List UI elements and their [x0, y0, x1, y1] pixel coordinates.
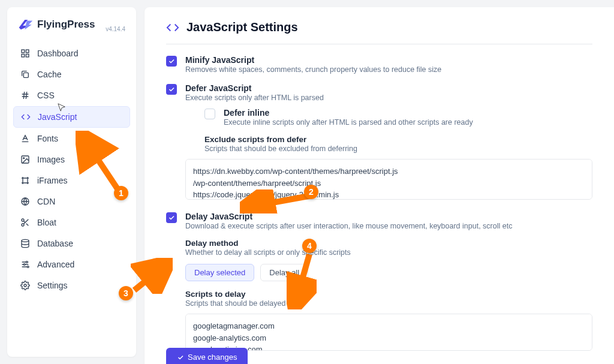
hash-icon — [20, 91, 30, 100]
sidebar-item-label: iFrames — [37, 176, 68, 185]
setting-desc: Execute inline scripts only after HTML i… — [224, 118, 592, 127]
globe-icon — [20, 197, 30, 206]
scripts-delay-textarea[interactable] — [185, 314, 592, 351]
flyingpress-logo-icon — [18, 18, 34, 31]
image-icon — [20, 155, 30, 164]
sidebar-item-cache[interactable]: Cache — [13, 64, 130, 85]
exclude-defer-block: Exclude scripts from defer Scripts that … — [204, 135, 592, 153]
svg-rect-2 — [22, 54, 25, 57]
sidebar-item-bloat[interactable]: Bloat — [13, 212, 130, 233]
setting-title: Defer JavaScript — [185, 83, 592, 93]
field-label: Scripts to delay — [185, 290, 592, 299]
setting-defer-inline: Defer inline Execute inline scripts only… — [204, 108, 592, 127]
sidebar-item-label: Fonts — [37, 134, 58, 143]
logo-row: FlyingPress v4.14.4 — [13, 18, 130, 41]
sidebar: FlyingPress v4.14.4 Dashboard Cache CSS … — [7, 7, 136, 357]
sidebar-item-css[interactable]: CSS — [13, 85, 130, 106]
setting-delay-js: Delay JavaScript Download & execute scri… — [166, 212, 592, 353]
scripts-delay-block: Scripts to delay Scripts that should be … — [185, 290, 592, 308]
frame-icon — [20, 176, 30, 185]
type-icon — [20, 134, 30, 143]
svg-rect-1 — [26, 50, 29, 53]
sidebar-item-label: Settings — [37, 281, 68, 290]
save-label: Save changes — [188, 353, 237, 362]
sidebar-item-label: Images — [37, 155, 65, 164]
svg-point-6 — [23, 158, 25, 159]
sidebar-item-label: CSS — [37, 91, 55, 100]
sidebar-nav: Dashboard Cache CSS JavaScript Fonts Ima… — [13, 43, 130, 296]
sidebar-item-advanced[interactable]: Advanced — [13, 254, 130, 275]
sidebar-item-label: Dashboard — [37, 49, 79, 58]
setting-minify-js: Minify JavaScript Removes white spaces, … — [166, 55, 592, 74]
delay-method-block: Delay method Whether to delay all script… — [185, 239, 592, 257]
field-desc: Whether to delay all scripts or only spe… — [185, 248, 592, 257]
svg-point-14 — [24, 284, 26, 287]
grid-icon — [20, 49, 30, 58]
svg-point-12 — [23, 264, 25, 266]
setting-defer-js: Defer JavaScript Execute scripts only af… — [166, 83, 592, 202]
svg-rect-3 — [26, 54, 29, 57]
sliders-icon — [20, 260, 30, 269]
checkbox-defer-js[interactable] — [166, 84, 177, 95]
logo: FlyingPress — [18, 18, 95, 31]
sidebar-item-images[interactable]: Images — [13, 149, 130, 170]
copy-icon — [20, 70, 30, 79]
sidebar-item-cdn[interactable]: CDN — [13, 191, 130, 212]
sidebar-item-label: Advanced — [37, 260, 74, 269]
svg-rect-4 — [23, 73, 28, 77]
database-icon — [20, 239, 30, 248]
svg-point-13 — [27, 266, 29, 268]
brand-name: FlyingPress — [37, 19, 95, 31]
code-icon — [21, 112, 31, 122]
checkbox-delay-js[interactable] — [166, 212, 177, 223]
svg-point-10 — [22, 239, 29, 242]
sidebar-item-label: Bloat — [37, 218, 56, 227]
setting-desc: Removes white spaces, comments, crunch p… — [185, 65, 592, 74]
delay-selected-button[interactable]: Delay selected — [185, 264, 254, 281]
check-icon — [177, 354, 184, 361]
exclude-defer-textarea[interactable] — [185, 159, 592, 200]
field-desc: Scripts that should be delayed — [185, 299, 592, 308]
checkbox-minify-js[interactable] — [166, 56, 177, 67]
sidebar-item-dashboard[interactable]: Dashboard — [13, 43, 130, 64]
sidebar-item-label: Database — [37, 239, 73, 248]
checkbox-defer-inline[interactable] — [204, 109, 215, 119]
sidebar-item-label: CDN — [37, 197, 55, 206]
sidebar-item-fonts[interactable]: Fonts — [13, 128, 130, 149]
setting-title: Defer inline — [224, 108, 592, 118]
delay-all-button[interactable]: Delay all — [260, 264, 308, 281]
field-desc: Scripts that should be excluded from def… — [204, 145, 592, 153]
setting-title: Delay JavaScript — [185, 212, 592, 221]
sidebar-item-settings[interactable]: Settings — [13, 275, 130, 296]
sidebar-item-iframes[interactable]: iFrames — [13, 170, 130, 191]
delay-method-toggle: Delay selected Delay all — [185, 264, 592, 281]
main-panel: JavaScript Settings Minify JavaScript Re… — [145, 7, 614, 364]
page-header: JavaScript Settings — [166, 20, 592, 44]
svg-point-9 — [22, 224, 24, 226]
sidebar-item-database[interactable]: Database — [13, 233, 130, 254]
svg-rect-0 — [22, 50, 25, 53]
setting-desc: Execute scripts only after HTML is parse… — [185, 94, 592, 102]
field-label: Exclude scripts from defer — [204, 135, 592, 144]
code-icon — [166, 21, 179, 34]
setting-title: Minify JavaScript — [185, 55, 592, 65]
svg-point-11 — [26, 261, 28, 263]
sidebar-item-javascript[interactable]: JavaScript — [13, 106, 130, 128]
scissors-icon — [20, 218, 30, 227]
sidebar-item-label: Cache — [37, 70, 61, 79]
save-changes-button[interactable]: Save changes — [166, 348, 248, 364]
gear-icon — [20, 281, 30, 290]
setting-desc: Download & execute scripts after user in… — [185, 222, 592, 230]
field-label: Delay method — [185, 239, 592, 248]
page-title: JavaScript Settings — [186, 20, 298, 34]
sidebar-item-label: JavaScript — [38, 112, 77, 122]
svg-point-8 — [22, 219, 24, 221]
version-label: v4.14.4 — [106, 26, 125, 32]
